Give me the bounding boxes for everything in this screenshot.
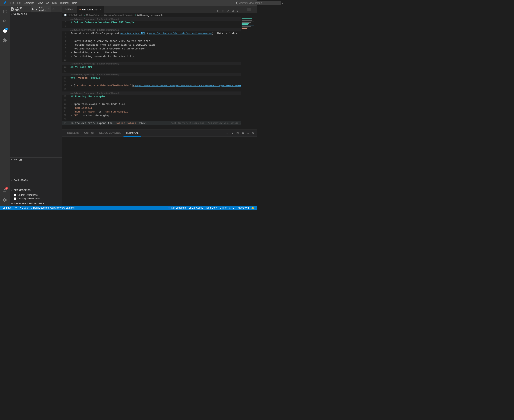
line-content-6: - Posting messages from an extension to … [70,43,241,47]
panel-actions: + ▾ ⊟ 🗑 ∧ ✕ [225,131,255,135]
status-run-ext[interactable]: ▶ Run Extension (webview-view-sample) [30,206,76,210]
minimap-text [242,20,255,20]
code-line-24: 24 In the explorer, expand the `Calico C… [62,121,241,125]
status-right: 👤 Not Logged In Ln 24, Col 50 Tab Size: … [166,206,255,210]
status-sync[interactable]: ↻ [14,206,18,210]
line-content-23 [70,118,241,121]
editor-split-btn[interactable]: ⊟ [221,9,225,13]
menu-go[interactable]: Go [45,1,50,5]
activity-explorer[interactable] [0,7,10,16]
debug-more-btn[interactable]: ⋯ [56,7,60,11]
run-extension-btn[interactable]: ▶ Run Extension ▾ [31,6,51,12]
breadcrumb-file[interactable]: README.md [68,14,82,17]
minimap-bullet6 [242,26,251,27]
breadcrumb-icon: 📄 [64,14,67,16]
breadcrumb-section-label: Calico Colors — Webview View API Sample [86,14,133,17]
activity-accounts[interactable]: ! [0,186,10,195]
panel-tab-terminal[interactable]: TERMINAL [124,130,141,137]
editor-layout-btn[interactable]: ⊞ [216,9,220,13]
panel-split-btn[interactable]: ⊟ [235,131,240,135]
code-editor[interactable]: Matt Bierner, 2 years ago | 1 author (Ma… [62,17,241,129]
menu-run[interactable]: Run [51,1,58,5]
status-errors[interactable]: ✕ 0 ⚠ 0 [18,206,30,210]
tab-readme-close[interactable]: ✕ [99,8,102,11]
nav-back-btn[interactable]: ← [231,2,233,4]
panel-close-btn[interactable]: ✕ [251,131,255,135]
editor-preview-btn[interactable]: ⧉ [231,9,235,13]
variables-section-header[interactable]: ▾ VARIABLES [10,12,62,16]
caught-exceptions-checkbox[interactable] [14,194,16,196]
code-line-9: 9 - Contributing commands to the view ti… [62,54,241,58]
line-num-24: 24 [62,121,70,125]
panel-trash-btn[interactable]: 🗑 [241,131,245,135]
terminal-content[interactable] [62,137,257,206]
minimap-h2b [242,26,250,26]
tab-untitled[interactable]: Untitled-1 [62,6,77,13]
code-line-4: 4 [62,35,241,39]
menu-view[interactable]: View [36,1,44,5]
watch-label: WATCH [14,158,22,161]
breakpoints-arrow: ▾ [11,189,12,191]
panel-tab-problems[interactable]: PROBLEMS [63,130,82,137]
warning-icon: ⚠ [24,206,26,209]
menu-terminal[interactable]: Terminal [59,1,70,5]
line-num-19: 19 [62,102,70,106]
line-content-21: - `npm run watch` or `npm run compile` [70,110,241,114]
line-content-4 [70,35,241,39]
editor-more-btn[interactable]: ↗ [226,9,230,13]
panel-dropdown-btn[interactable]: ▾ [230,131,235,135]
code-line-15: 15 - [`window.registerWebviewViewProvide… [62,84,241,88]
language-label: Markdown [238,206,249,209]
run-debug-label: RUN AND DEBUG [11,7,28,11]
line-num-9: 9 [62,54,70,58]
status-not-logged-in[interactable]: 👤 Not Logged In [166,206,187,210]
accounts-badge: ! [5,187,8,190]
code-line-22: 22 - `F5` to start debugging [62,114,241,118]
status-git[interactable]: ⎇ main* [2,206,14,210]
nav-forward-btn[interactable]: → [234,2,236,4]
line-content-1: # Calico Colors — Webview View API Sampl… [70,21,241,24]
debug-settings-btn[interactable]: ⚙ [52,7,56,11]
panel-add-btn[interactable]: + [225,131,229,135]
editor-refresh-btn[interactable]: ↺ [235,9,239,13]
menu-selection[interactable]: Selection [23,1,35,5]
breakpoints-section: ▾ BREAKPOINTS Caught Exceptions Uncaught… [10,188,62,206]
line-num-18: 18 [62,98,70,102]
breadcrumb-active[interactable]: # ## Running the example [135,14,163,17]
minimap[interactable] [241,17,257,129]
command-search[interactable] [237,1,257,5]
line-num-8: 8 [62,51,70,54]
status-language[interactable]: Markdown [237,206,250,210]
breakpoints-header[interactable]: ▾ BREAKPOINTS [10,188,62,192]
git-blame-24: Matt Bierner, 2 years ago • Add webview … [169,121,241,125]
browser-breakpoints-header[interactable]: ▶ BROWSER BREAKPOINTS [10,201,62,206]
status-eol[interactable]: CRLF [228,206,236,210]
status-cursor-pos[interactable]: Ln 24, Col 50 [188,206,204,210]
menu-file[interactable]: File [9,1,15,5]
status-tab-size[interactable]: Tab Size: 4 [204,206,219,210]
menu-help[interactable]: Help [71,1,78,5]
status-notifications[interactable]: 🔔 [250,206,255,210]
menu-edit[interactable]: Edit [16,1,22,5]
minimap-placeholder: ... [247,8,251,11]
breadcrumb-section[interactable]: # Calico Colors — Webview View API Sampl… [84,14,133,17]
status-encoding[interactable]: UTF-8 [219,206,228,210]
uncaught-exceptions-checkbox[interactable] [14,197,16,200]
activity-search[interactable] [0,16,10,26]
status-left: ⎇ main* ↻ ✕ 0 ⚠ 0 ▶ Run Extension (webvi… [2,206,76,210]
activity-run-debug[interactable]: 4 [0,26,10,36]
minimap-code1 [242,27,248,27]
line-content-17: ## Running the example [70,95,241,98]
breadcrumb: 📄 README.md › # Calico Colors — Webview … [62,13,257,17]
activity-extensions[interactable] [0,36,10,45]
bell-icon: 🔔 [251,206,254,209]
error-icon: ✕ [19,206,21,209]
panel-tab-debug-console[interactable]: DEBUG CONSOLE [97,130,124,137]
panel-tab-output[interactable]: OUTPUT [82,130,97,137]
watch-section-header[interactable]: ▾ WATCH [10,157,62,162]
call-stack-header[interactable]: ▾ CALL STACK [10,178,62,182]
tab-readme-label: README.md [82,8,97,11]
tab-readme[interactable]: M README.md ✕ [77,6,104,13]
activity-settings[interactable] [0,195,10,205]
panel-collapse-btn[interactable]: ∧ [246,131,250,135]
